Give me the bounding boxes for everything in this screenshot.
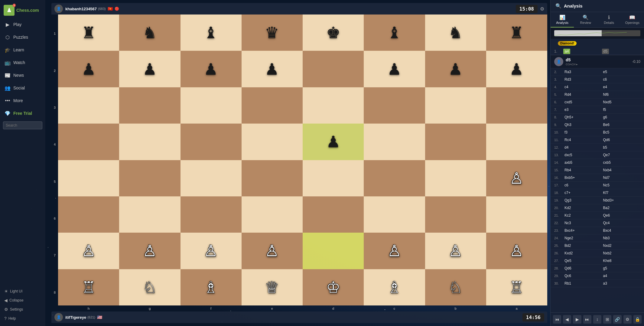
move-row[interactable]: 24.Nge2Nb3 xyxy=(551,234,644,242)
move-white[interactable]: Qh5+ xyxy=(563,115,602,120)
chess-piece[interactable]: ♚ xyxy=(307,17,359,48)
move-black[interactable]: Be6 xyxy=(602,122,641,127)
move-row[interactable]: 12.d4b5 xyxy=(551,144,644,151)
nav-grid-btn[interactable]: ⊞ xyxy=(603,315,611,324)
board-cell[interactable] xyxy=(119,160,180,196)
move-white[interactable]: Rb1 xyxy=(563,281,602,286)
chess-piece[interactable]: ♟ xyxy=(430,53,482,84)
move-white[interactable]: e3 xyxy=(563,107,602,112)
board-cell[interactable] xyxy=(303,160,364,196)
move-row[interactable]: 6.cxd5Nxd5 xyxy=(551,98,644,106)
move-white[interactable]: d4 xyxy=(563,145,602,150)
move-black[interactable]: Nd7 xyxy=(602,175,641,180)
move-row[interactable]: 20.Kd2Ba2 xyxy=(551,204,644,212)
move-row[interactable]: 27.Qe5Khe8 xyxy=(551,257,644,265)
move-row[interactable]: 26.Kxd2Nxb2 xyxy=(551,250,644,257)
board-cell[interactable]: ♝ xyxy=(181,15,242,51)
move-black[interactable]: Nxb4 xyxy=(602,167,641,173)
board-cell[interactable] xyxy=(58,87,119,124)
move-black[interactable]: Nxb2 xyxy=(602,250,641,256)
board-cell[interactable] xyxy=(242,87,303,124)
move-row[interactable]: 15.Rb4Nxb4 xyxy=(551,166,644,174)
board-cell[interactable]: ♙ xyxy=(364,233,425,269)
tab-details[interactable]: ℹ Details xyxy=(597,12,621,27)
chess-piece[interactable]: ♖ xyxy=(63,272,115,303)
move-black[interactable]: e5 xyxy=(602,69,641,75)
board-cell[interactable] xyxy=(119,196,180,233)
nav-flip-btn[interactable]: ↕ xyxy=(593,315,601,324)
board-cell[interactable]: ♞ xyxy=(425,15,486,51)
board-cell[interactable]: ♟ xyxy=(181,51,242,87)
move-row[interactable]: 22.Nc3Qc4 xyxy=(551,219,644,227)
board-cell[interactable] xyxy=(364,87,425,124)
board-cell[interactable] xyxy=(119,124,180,160)
move-row[interactable]: 18.c7+Kf7 xyxy=(551,189,644,197)
board-cell[interactable]: ♜ xyxy=(58,15,119,51)
move-row[interactable]: 25.Bd2Nxd2 xyxy=(551,242,644,250)
board-cell[interactable]: ♛ xyxy=(242,15,303,51)
board-cell[interactable]: ♙ xyxy=(486,233,547,269)
move-row[interactable]: 17.c6Nc5 xyxy=(551,182,644,189)
board-cell[interactable] xyxy=(181,196,242,233)
move-white[interactable]: Bd2 xyxy=(563,243,602,248)
move-row[interactable]: 8.Qh5+g6 xyxy=(551,114,644,121)
board-cell[interactable] xyxy=(425,87,486,124)
chess-piece[interactable]: ♟ xyxy=(63,53,115,84)
chess-piece[interactable]: ♙ xyxy=(185,235,237,266)
board-cell[interactable] xyxy=(242,124,303,160)
board-cell[interactable] xyxy=(181,160,242,196)
move-black[interactable]: Qe7 xyxy=(602,152,641,158)
move-white[interactable]: f3 xyxy=(563,130,602,135)
nav-last-btn[interactable]: ⏭ xyxy=(583,315,591,324)
board-cell[interactable]: ♙ xyxy=(425,233,486,269)
nav-prev-btn[interactable]: ◀ xyxy=(563,315,571,324)
chess-piece[interactable]: ♙ xyxy=(430,235,482,266)
sidebar-item-settings[interactable]: ⚙ Settings xyxy=(0,305,45,314)
move-row[interactable]: 7.e3f5 xyxy=(551,106,644,114)
move-row[interactable]: 30.Rb1a3 xyxy=(551,280,644,287)
move-black[interactable]: Nxd5 xyxy=(602,99,641,105)
board-cell[interactable] xyxy=(303,196,364,233)
move-row[interactable]: 14.axb5cxb5 xyxy=(551,159,644,166)
board-cell[interactable]: ♗ xyxy=(364,269,425,305)
search-input[interactable] xyxy=(3,121,42,129)
move-row[interactable]: 13.dxc5Qe7 xyxy=(551,151,644,159)
move-black[interactable]: Kf7 xyxy=(602,190,641,195)
move-row[interactable]: 9.Qh3Be6 xyxy=(551,121,644,129)
move-black[interactable]: e4 xyxy=(602,84,641,90)
chess-piece[interactable]: ♗ xyxy=(368,272,420,303)
board-cell[interactable] xyxy=(303,51,364,87)
board-cell[interactable] xyxy=(425,196,486,233)
move-white[interactable]: Qc6 xyxy=(563,273,602,279)
sidebar-item-free-trial[interactable]: 💎 Free Trial xyxy=(0,107,45,120)
board-cell[interactable] xyxy=(364,160,425,196)
sidebar-item-light-ui[interactable]: ☀ Light UI xyxy=(0,287,45,296)
move-white[interactable]: Ra3 xyxy=(563,69,602,75)
chess-piece[interactable]: ♙ xyxy=(491,163,543,194)
move-white[interactable]: cxd5 xyxy=(563,99,602,105)
move-white[interactable]: Rd4 xyxy=(563,92,602,97)
tab-analysis[interactable]: 📊 Analysis xyxy=(551,12,574,27)
move-white[interactable]: dxc5 xyxy=(563,152,602,158)
board-cell[interactable] xyxy=(425,160,486,196)
move-white[interactable]: Nc3 xyxy=(563,220,602,226)
board-cell[interactable]: ♕ xyxy=(242,269,303,305)
tab-review[interactable]: 🔍 Review xyxy=(574,12,597,27)
move-white[interactable]: axb5 xyxy=(563,160,602,165)
move-black[interactable]: c6 xyxy=(602,77,641,82)
board-cell[interactable]: ♞ xyxy=(119,15,180,51)
board-cell[interactable] xyxy=(303,87,364,124)
chess-board[interactable]: ♜♞♝♛♚♝♞♜♟♟♟♟♟♟♟♟♙♙♙♙♙♙♙♙♖♘♗♕♔♗♘♖ xyxy=(58,15,547,305)
chess-piece[interactable]: ♟ xyxy=(124,53,176,84)
board-cell[interactable] xyxy=(364,196,425,233)
board-cell[interactable]: ♗ xyxy=(181,269,242,305)
board-cell[interactable]: ♟ xyxy=(486,51,547,87)
chess-piece[interactable]: ♔ xyxy=(307,272,359,303)
board-cell[interactable]: ♙ xyxy=(486,160,547,196)
board-cell[interactable]: ♙ xyxy=(181,233,242,269)
chess-piece[interactable]: ♞ xyxy=(430,17,482,48)
board-cell[interactable] xyxy=(486,124,547,160)
move-black[interactable]: Qd6 xyxy=(602,137,641,143)
sidebar-item-social[interactable]: 👥 Social xyxy=(0,82,45,94)
sidebar-item-watch[interactable]: 📺 Watch xyxy=(0,56,45,69)
